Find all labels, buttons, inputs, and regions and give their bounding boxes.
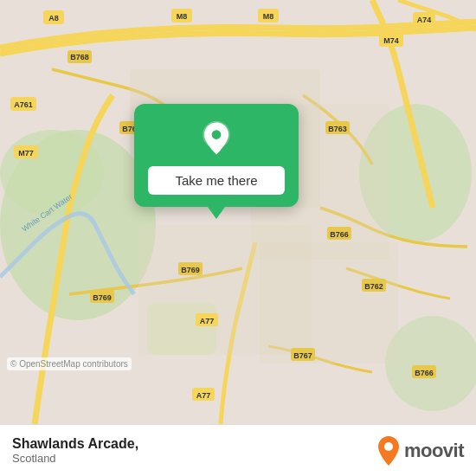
svg-point-50 [384,442,393,451]
svg-text:B769: B769 [181,266,200,274]
svg-text:M77: M77 [18,149,34,158]
location-card: Take me there [134,104,299,207]
svg-text:A77: A77 [200,317,215,325]
location-name: Shawlands Arcade, [12,436,138,452]
svg-point-49 [212,130,222,139]
svg-text:B766: B766 [330,230,349,239]
svg-text:A77: A77 [196,391,211,400]
location-country: Scotland [12,452,138,465]
svg-text:M8: M8 [263,12,274,21]
take-me-there-button[interactable]: Take me there [148,166,285,195]
svg-text:B769: B769 [93,293,112,302]
svg-text:B766: B766 [415,369,434,377]
bottom-bar: Shawlands Arcade, Scotland moovit [0,424,476,476]
svg-rect-9 [260,242,398,363]
moovit-logo: moovit [376,435,464,466]
svg-text:M8: M8 [177,12,188,21]
svg-text:A74: A74 [417,16,432,24]
moovit-pin-icon [376,435,401,466]
svg-point-4 [385,316,476,411]
location-pin-icon [197,119,235,158]
svg-text:B767: B767 [293,351,312,360]
location-info: Shawlands Arcade, Scotland [12,436,138,465]
map-attribution: © OpenStreetMap contributors [7,357,132,370]
moovit-brand-text: moovit [404,440,464,462]
map-container: A8 M8 M8 A74 M74 A761 B768 B768 B763 M77… [0,0,476,424]
svg-text:B768: B768 [70,53,89,61]
svg-text:M74: M74 [383,36,399,45]
svg-text:B763: B763 [328,125,347,133]
svg-text:B762: B762 [364,282,383,291]
svg-text:A761: A761 [14,100,33,109]
svg-text:A8: A8 [48,14,59,23]
